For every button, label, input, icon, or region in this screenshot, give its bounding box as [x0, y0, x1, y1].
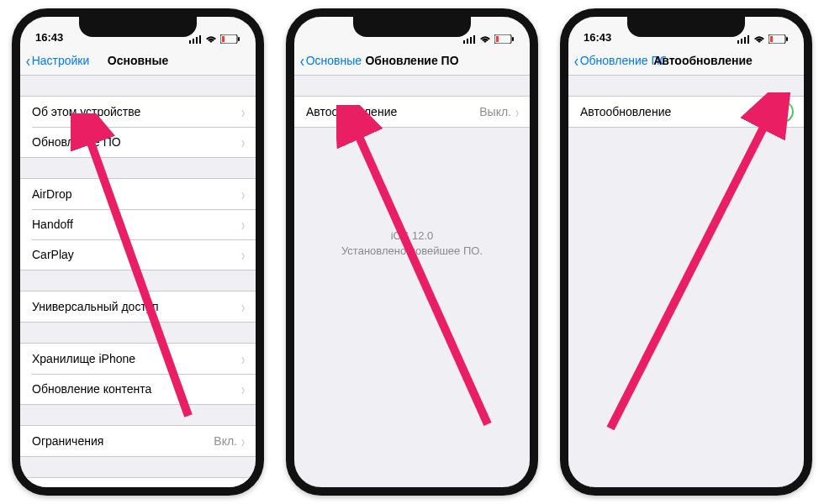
chevron-right-icon: › — [241, 381, 245, 397]
chevron-left-icon: ‹ — [574, 52, 578, 69]
svg-rect-21 — [786, 37, 788, 41]
status-message: iOS 12.0 Установлено новейшее ПО. — [294, 128, 530, 259]
svg-rect-16 — [737, 40, 739, 44]
chevron-left-icon: ‹ — [300, 52, 304, 69]
phone-3: 16:43 ‹ Обновление ПО Автообновление Авт… — [560, 8, 812, 496]
svg-rect-1 — [193, 39, 194, 44]
wifi-icon — [753, 35, 765, 44]
status-time — [309, 31, 313, 44]
row-storage[interactable]: Хранилище iPhone› — [20, 344, 256, 374]
annotation-arrow-icon — [594, 92, 795, 445]
row-accessibility[interactable]: Универсальный доступ› — [20, 291, 256, 322]
chevron-right-icon: › — [241, 246, 245, 263]
auto-update-view: Автообновление — [568, 76, 804, 487]
svg-rect-5 — [238, 37, 240, 41]
notch — [79, 17, 197, 37]
back-label: Обновление ПО — [580, 54, 666, 67]
svg-rect-19 — [747, 35, 749, 44]
svg-line-23 — [610, 114, 770, 428]
notch — [627, 17, 745, 37]
chevron-left-icon: ‹ — [26, 52, 30, 69]
svg-rect-3 — [199, 35, 201, 44]
settings-list[interactable]: Об этом устройстве› Обновление ПО› AirDr… — [20, 76, 256, 487]
svg-rect-10 — [470, 37, 472, 44]
back-label: Основные — [306, 54, 362, 67]
row-date-time[interactable]: Дата и время› — [20, 478, 256, 487]
svg-rect-2 — [196, 37, 198, 44]
svg-rect-8 — [463, 40, 465, 44]
chevron-right-icon: › — [241, 350, 245, 367]
chevron-right-icon: › — [241, 216, 245, 233]
row-software-update[interactable]: Обновление ПО› — [20, 127, 256, 157]
signal-icon — [463, 35, 476, 44]
back-button[interactable]: ‹ Обновление ПО — [573, 52, 666, 69]
notch — [353, 17, 471, 37]
svg-rect-9 — [467, 39, 468, 44]
row-auto-update-toggle: Автообновление — [568, 97, 804, 127]
row-carplay[interactable]: CarPlay› — [20, 239, 256, 270]
row-handoff[interactable]: Handoff› — [20, 209, 256, 239]
chevron-right-icon: › — [241, 103, 245, 120]
battery-low-icon — [494, 34, 515, 44]
row-airdrop[interactable]: AirDrop› — [20, 179, 256, 209]
svg-rect-13 — [512, 37, 514, 41]
row-restrictions[interactable]: ОграниченияВкл.› — [20, 426, 256, 456]
nav-bar: ‹ Обновление ПО Автообновление — [568, 45, 804, 76]
chevron-right-icon: › — [241, 186, 245, 202]
svg-rect-17 — [741, 39, 742, 44]
software-update-view: Автообновление Выкл. › iOS 12.0 Установл… — [294, 76, 530, 487]
back-label: Настройки — [32, 54, 90, 67]
nav-bar: ‹ Основные Обновление ПО — [294, 45, 530, 76]
back-button[interactable]: ‹ Основные — [299, 52, 362, 69]
svg-rect-11 — [473, 35, 475, 44]
auto-update-toggle[interactable] — [757, 101, 794, 123]
phone-frame: 16:43 ‹ Настройки Основные Об этом устро… — [12, 8, 264, 496]
signal-icon — [189, 35, 202, 44]
battery-low-icon — [769, 34, 789, 44]
svg-rect-14 — [496, 36, 499, 42]
row-auto-update[interactable]: Автообновление Выкл. › — [294, 97, 530, 127]
chevron-right-icon: › — [241, 433, 245, 449]
chevron-right-icon: › — [241, 485, 245, 487]
nav-bar: ‹ Настройки Основные — [20, 45, 256, 76]
back-button[interactable]: ‹ Настройки — [25, 52, 89, 69]
phone-frame: 16:43 ‹ Обновление ПО Автообновление Авт… — [560, 8, 812, 496]
chevron-right-icon: › — [515, 103, 519, 120]
status-time: 16:43 — [584, 31, 611, 44]
svg-rect-0 — [189, 40, 191, 44]
wifi-icon — [479, 35, 491, 44]
phone-frame: ‹ Основные Обновление ПО Автообновление … — [286, 8, 538, 496]
signal-icon — [737, 35, 750, 44]
phone-2: ‹ Основные Обновление ПО Автообновление … — [286, 8, 538, 496]
svg-rect-22 — [770, 36, 773, 42]
svg-rect-18 — [744, 37, 746, 44]
chevron-right-icon: › — [241, 298, 245, 315]
svg-rect-6 — [222, 36, 224, 42]
row-content-update[interactable]: Обновление контента› — [20, 374, 256, 404]
phone-1: 16:43 ‹ Настройки Основные Об этом устро… — [12, 8, 264, 496]
chevron-right-icon: › — [241, 134, 245, 150]
battery-low-icon — [220, 34, 240, 44]
status-time: 16:43 — [35, 31, 63, 44]
wifi-icon — [205, 35, 217, 44]
row-about[interactable]: Об этом устройстве› — [20, 97, 256, 127]
